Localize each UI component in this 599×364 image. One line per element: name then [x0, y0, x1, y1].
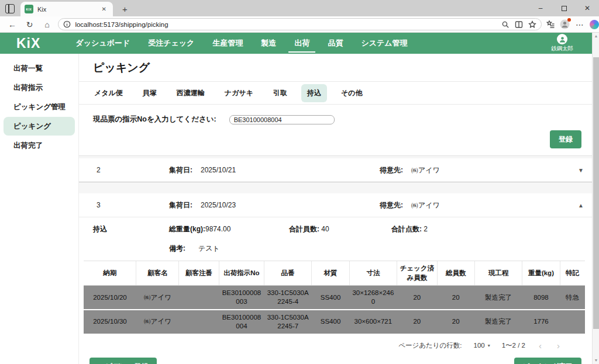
cell-part-no: 330-1C5030A 2245-7 — [264, 310, 312, 334]
picking-complete-button[interactable]: ピッキング完了 — [514, 358, 581, 364]
app-logo[interactable]: KiX — [16, 36, 40, 51]
rows-per-page-select[interactable]: 100 ▾ — [474, 342, 490, 349]
col-material: 材質 — [312, 261, 349, 286]
col-special-note: 特記 — [560, 261, 585, 286]
favicon-icon: KIX — [25, 5, 33, 13]
sidebar-item-picking[interactable]: ピッキング — [4, 117, 75, 136]
picking-group-2[interactable]: 2 集荷日:2025/10/21 得意先:㈱アイワ ▼ — [79, 158, 592, 182]
nav-quality[interactable]: 品質 — [326, 34, 344, 52]
cell-customer-order-no — [179, 286, 219, 310]
customer-value: ㈱アイワ — [411, 165, 440, 175]
tab-actions-icon[interactable] — [5, 4, 15, 13]
sidebar-item-picking-management[interactable]: ピッキング管理 — [4, 98, 75, 116]
minimize-button[interactable]: – — [529, 0, 552, 16]
back-icon[interactable]: ← — [7, 20, 18, 29]
nav-production[interactable]: 生産管理 — [211, 34, 244, 52]
browser-tab[interactable]: KIX Kix ✕ — [20, 2, 113, 16]
total-count-value: 40 — [321, 225, 329, 233]
remarks-value: テスト — [198, 244, 220, 254]
user-name: 鉄鋼太郎 — [551, 45, 573, 53]
scan-input-label: 現品票の指示Noを入力してください: — [93, 115, 216, 124]
tab-other[interactable]: その他 — [335, 84, 369, 102]
collapse-arrow-icon[interactable]: ▲ — [571, 202, 584, 209]
total-points-value: 2 — [424, 225, 428, 233]
next-page-icon[interactable]: › — [555, 341, 562, 351]
cell-checked-count: 20 — [397, 310, 438, 334]
pagination: ページあたりの行数: 100 ▾ 1〜2 / 2 ‹ › — [79, 335, 592, 354]
evidence-register-button[interactable]: エビデンス登録 — [89, 358, 157, 364]
tab-hikitori[interactable]: 引取 — [267, 84, 293, 102]
user-menu[interactable]: 鉄鋼太郎 — [551, 34, 573, 53]
refresh-icon[interactable]: ↻ — [25, 20, 35, 29]
group-detail: 持込 総重量(kg):9874.00 合計員数: 40 合計点数: 2 備考: … — [79, 217, 592, 364]
favorites-icon[interactable] — [546, 20, 555, 29]
nav-manufacturing[interactable]: 製造 — [260, 34, 277, 52]
cell-special-note: 特急 — [560, 286, 585, 310]
address-bar[interactable]: localhost:5173/shipping/picking — [58, 18, 542, 30]
nav-dashboard[interactable]: ダッシュボード — [74, 34, 131, 52]
col-checked-count: チェック済み員数 — [397, 261, 438, 286]
register-button[interactable]: 登録 — [550, 130, 581, 148]
cell-weight: 8098 — [522, 286, 560, 310]
sidebar: 出荷一覧 出荷指示 ピッキング管理 ピッキング 出荷完了 — [0, 54, 79, 364]
sidebar-item-shipping-complete[interactable]: 出荷完了 — [4, 136, 75, 155]
new-tab-button[interactable]: + — [120, 4, 130, 14]
home-icon[interactable]: ⌂ — [42, 20, 53, 29]
cell-dimensions: 30×600×721 — [349, 310, 397, 334]
more-menu-icon[interactable]: ⋯ — [574, 20, 585, 29]
search-icon[interactable] — [501, 20, 510, 29]
rows-per-page-label: ページあたりの行数: — [398, 341, 462, 350]
col-weight: 重量(kg) — [522, 261, 560, 286]
tab-close-icon[interactable]: ✕ — [99, 5, 109, 13]
col-delivery-date: 納期 — [84, 261, 136, 286]
total-weight-label: 総重量(kg): — [169, 225, 205, 233]
cell-current-process: 製造完了 — [474, 286, 522, 310]
site-info-icon[interactable] — [63, 20, 71, 28]
nav-shipping[interactable]: 出荷 — [293, 34, 311, 52]
customer-label: 得意先: — [380, 200, 403, 210]
prev-page-icon[interactable]: ‹ — [537, 341, 543, 351]
total-points-label: 合計点数: — [391, 225, 422, 233]
scrollbar-thumb[interactable] — [593, 57, 599, 329]
copilot-icon[interactable] — [590, 20, 599, 29]
nav-system[interactable]: システム管理 — [360, 34, 408, 52]
carrier-tabs: メタル便 貝塚 西濃運輸 ナガサキ 引取 持込 その他 — [79, 82, 592, 105]
col-dimensions: 寸法 — [349, 261, 397, 286]
nav-order-check[interactable]: 受注チェック — [147, 34, 195, 52]
page-scrollbar[interactable]: ▲ ▼ — [592, 33, 599, 364]
tab-metal-bin[interactable]: メタル便 — [88, 84, 129, 102]
tab-nagasaki[interactable]: ナガサキ — [219, 84, 259, 102]
tab-kaizuka[interactable]: 貝塚 — [137, 84, 163, 102]
expand-arrow-icon[interactable]: ▼ — [571, 167, 584, 174]
maximize-icon — [562, 6, 567, 11]
customer-label: 得意先: — [380, 165, 403, 175]
close-button[interactable]: ✕ — [576, 0, 599, 16]
profile-button[interactable] — [560, 19, 570, 29]
page-range: 1〜2 / 2 — [502, 341, 525, 350]
total-weight-value: 9874.00 — [205, 225, 230, 233]
table-row[interactable]: 2025/10/30 ㈱アイワ BE30100008004 330-1C5030… — [84, 310, 585, 334]
cell-shipping-instruction-no: BE30100008003 — [219, 286, 264, 310]
instruction-no-input[interactable] — [229, 115, 335, 124]
url-text[interactable]: localhost:5173/shipping/picking — [75, 21, 501, 28]
sidebar-item-shipping-list[interactable]: 出荷一覧 — [4, 59, 75, 78]
tab-mochikomi[interactable]: 持込 — [301, 84, 327, 102]
picking-group-3[interactable]: 3 集荷日:2025/10/23 得意先:㈱アイワ ▲ — [79, 193, 592, 217]
sidebar-item-shipping-instruction[interactable]: 出荷指示 — [4, 78, 75, 97]
table-row[interactable]: 2025/10/20 ㈱アイワ BE30100008003 330-1C5030… — [84, 286, 585, 310]
col-part-no: 品番 — [264, 261, 312, 286]
cell-weight: 1776 — [522, 310, 560, 334]
bookmark-star-icon[interactable] — [528, 20, 536, 29]
page-title: ピッキング — [93, 61, 150, 74]
split-screen-icon[interactable] — [515, 20, 523, 29]
cell-customer-name: ㈱アイワ — [136, 310, 179, 334]
tab-seino[interactable]: 西濃運輸 — [171, 84, 211, 102]
maximize-button[interactable] — [552, 0, 576, 16]
customer-value: ㈱アイワ — [411, 200, 440, 210]
scroll-up-icon[interactable]: ▲ — [593, 33, 599, 40]
user-avatar-icon — [557, 34, 567, 44]
cell-material: SS400 — [312, 286, 349, 310]
scroll-down-icon[interactable]: ▼ — [593, 357, 599, 364]
cell-current-process: 製造完了 — [474, 310, 522, 334]
col-shipping-instruction-no: 出荷指示No — [219, 261, 264, 286]
